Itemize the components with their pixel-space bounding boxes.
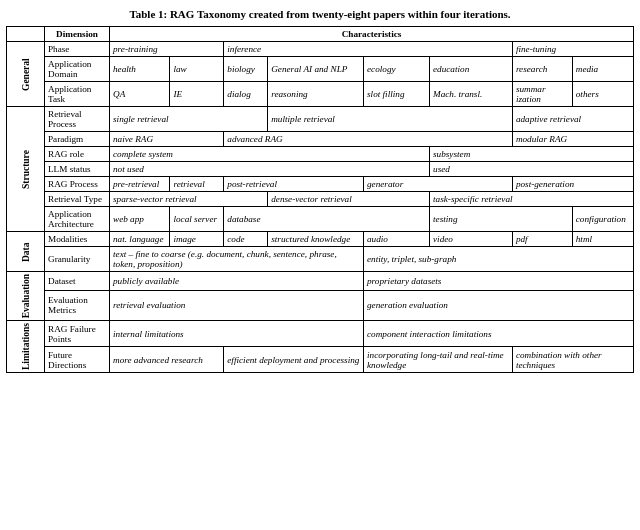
table-cell: web app — [110, 207, 170, 232]
table-cell: adaptive retrieval — [512, 107, 633, 132]
table-cell: dialog — [224, 82, 268, 107]
row-label-rag-role: RAG role — [45, 147, 110, 162]
table-cell: ecology — [364, 57, 430, 82]
table-cell: IE — [170, 82, 224, 107]
table-cell: used — [430, 162, 634, 177]
table-cell: post-retrieval — [224, 177, 364, 192]
table-cell: efficient deployment and processing — [224, 347, 364, 373]
table-cell: multiple retrieval — [268, 107, 513, 132]
row-label-phase: Phase — [45, 42, 110, 57]
table-cell: pre-training — [110, 42, 224, 57]
table-cell: summar ization — [512, 82, 572, 107]
table-cell: proprietary datasets — [364, 272, 634, 291]
table-cell: nat. language — [110, 232, 170, 247]
table-cell: image — [170, 232, 224, 247]
group-label-evaluation: Evaluation — [7, 272, 45, 321]
table-cell: law — [170, 57, 224, 82]
table-cell: audio — [364, 232, 430, 247]
table-cell: generation evaluation — [364, 290, 634, 321]
table-cell: biology — [224, 57, 268, 82]
table-cell: retrieval evaluation — [110, 290, 364, 321]
table-cell: code — [224, 232, 268, 247]
row-label-dataset: Dataset — [45, 272, 110, 291]
table-cell: html — [572, 232, 633, 247]
table-cell: sparse-vector retrieval — [110, 192, 268, 207]
table-cell: internal limitations — [110, 321, 364, 347]
row-label-rag-process: RAG Process — [45, 177, 110, 192]
row-label-application-domain: Application Domain — [45, 57, 110, 82]
table-cell: local server — [170, 207, 224, 232]
col-header-characteristics: Characteristics — [110, 27, 634, 42]
table-cell: publicly available — [110, 272, 364, 291]
row-label-retrieval-type: Retrieval Type — [45, 192, 110, 207]
table-cell: retrieval — [170, 177, 224, 192]
table-cell: text – fine to coarse (e.g. document, ch… — [110, 247, 364, 272]
table-cell: inference — [224, 42, 513, 57]
table-cell: structured knowledge — [268, 232, 364, 247]
col-header-dim — [7, 27, 45, 42]
group-label-general: General — [7, 42, 45, 107]
table-cell: not used — [110, 162, 430, 177]
table-cell: health — [110, 57, 170, 82]
row-label-rag-failure-points: RAG Failure Points — [45, 321, 110, 347]
row-label-llm-status: LLM status — [45, 162, 110, 177]
row-label-granularity: Granularity — [45, 247, 110, 272]
table-cell: others — [572, 82, 633, 107]
table-cell: media — [572, 57, 633, 82]
table-cell: modular RAG — [512, 132, 633, 147]
table-cell: post-generation — [512, 177, 633, 192]
table-cell: slot filling — [364, 82, 430, 107]
page-title: Table 1: RAG Taxonomy created from twent… — [6, 8, 634, 20]
table-cell: research — [512, 57, 572, 82]
row-label-application-task: Application Task — [45, 82, 110, 107]
table-cell: subsystem — [430, 147, 634, 162]
row-label-paradigm: Paradigm — [45, 132, 110, 147]
table-cell: pre-retrieval — [110, 177, 170, 192]
table-cell: combination with other techniques — [512, 347, 633, 373]
table-cell: component interaction limitations — [364, 321, 634, 347]
row-label-application-architecture: Application Architecture — [45, 207, 110, 232]
group-label-data: Data — [7, 232, 45, 272]
row-label-modalities: Modalities — [45, 232, 110, 247]
row-label-future-directions: Future Directions — [45, 347, 110, 373]
table-cell: Mach. transl. — [430, 82, 513, 107]
table-cell: dense-vector retrieval — [268, 192, 430, 207]
table-cell: database — [224, 207, 430, 232]
table-cell: QA — [110, 82, 170, 107]
group-label-limitations: Limitations — [7, 321, 45, 373]
table-cell: fine-tuning — [512, 42, 633, 57]
table-cell: advanced RAG — [224, 132, 513, 147]
page: Table 1: RAG Taxonomy created from twent… — [0, 0, 640, 377]
table-cell: reasoning — [268, 82, 364, 107]
table-cell: incorporating long-tail and real-time kn… — [364, 347, 513, 373]
row-label-evaluation-metrics: Evaluation Metrics — [45, 290, 110, 321]
table-cell: single retrieval — [110, 107, 268, 132]
table-cell: General AI and NLP — [268, 57, 364, 82]
table-cell: complete system — [110, 147, 430, 162]
table-cell: naive RAG — [110, 132, 224, 147]
table-cell: configuration — [572, 207, 633, 232]
group-label-structure: Structure — [7, 107, 45, 232]
table-cell: generator — [364, 177, 513, 192]
table-cell: pdf — [512, 232, 572, 247]
table-cell: testing — [430, 207, 573, 232]
table-cell: entity, triplet, sub-graph — [364, 247, 634, 272]
table-cell: video — [430, 232, 513, 247]
table-cell: education — [430, 57, 513, 82]
table-cell: task-specific retrieval — [430, 192, 634, 207]
main-table: Dimension Characteristics GeneralPhasepr… — [6, 26, 634, 373]
table-cell: more advanced research — [110, 347, 224, 373]
row-label-retrieval-process: Retrieval Process — [45, 107, 110, 132]
col-header-dimension: Dimension — [45, 27, 110, 42]
